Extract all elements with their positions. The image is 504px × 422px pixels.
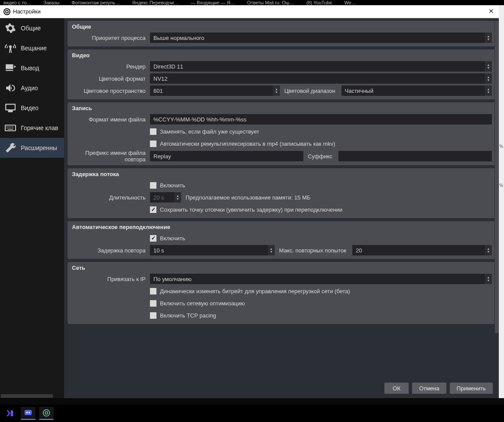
- select-color-space[interactable]: 601 ▲▼: [150, 85, 280, 96]
- gear-icon: [4, 22, 16, 34]
- panel-stream-delay: Задержка потока Включить Длительность: [68, 168, 495, 218]
- output-icon: [4, 62, 16, 74]
- settings-window: Настройки ✕ Общие Вещание Вывод: [0, 5, 499, 398]
- footer-buttons: ОК Отмена Применить: [64, 378, 499, 398]
- antenna-icon: [4, 42, 16, 54]
- svg-rect-1: [25, 410, 32, 415]
- checkbox-reconnect-enable[interactable]: Включить: [150, 235, 185, 242]
- checkbox-dyn-bitrate[interactable]: Динамически изменять битрейт для управле…: [150, 288, 350, 294]
- select-color-range[interactable]: Частичный ▲▼: [341, 85, 492, 96]
- checkbox-remux-mp4[interactable]: Автоматически ремультиплексировать в mp4…: [150, 141, 335, 147]
- sidebar-item-general[interactable]: Общие: [0, 18, 64, 38]
- checkbox-label: Включить: [160, 182, 185, 189]
- sidebar-scrollbar[interactable]: [0, 394, 64, 398]
- tab-2[interactable]: Фотомонтаж резуль…: [72, 0, 120, 5]
- spinner-delay-duration[interactable]: 20 s ▲▼: [150, 192, 181, 203]
- label-suffix: Суффикс: [306, 153, 336, 160]
- taskbar-app-discord[interactable]: [21, 407, 36, 420]
- select-value: 601: [153, 88, 163, 94]
- input-replay-prefix[interactable]: [150, 151, 303, 161]
- select-process-priority[interactable]: Выше нормального ▲▼: [150, 33, 492, 43]
- sidebar: Общие Вещание Вывод Аудио Видео: [0, 18, 64, 398]
- titlebar[interactable]: Настройки ✕: [0, 5, 499, 18]
- checkbox-label: Включить сетевую оптимизацию: [160, 300, 245, 307]
- spinner-retry-delay[interactable]: 10 s ▲▼: [150, 245, 275, 255]
- close-button[interactable]: ✕: [488, 8, 494, 15]
- checkbox-label: Динамически изменять битрейт для управле…: [160, 288, 350, 294]
- checkbox-label: Заменять, если файл уже существует: [160, 128, 259, 135]
- panel-video: Видео Рендер Direct3D 11 ▲▼ Цветовой фор…: [68, 49, 495, 99]
- monitor-icon: [4, 102, 16, 114]
- tab-6[interactable]: (8) YouTube: [306, 0, 332, 5]
- tab-1[interactable]: Заказы: [43, 0, 59, 5]
- panel-title: Задержка потока: [68, 168, 495, 179]
- label-delay-duration: Длительность: [68, 194, 150, 201]
- updown-icon: ▲▼: [268, 245, 275, 255]
- label-memory-hint: Предполагаемое использование памяти: 15 …: [184, 194, 314, 201]
- updown-icon: ▲▼: [485, 274, 492, 284]
- label-filename-format: Формат имени файла: [68, 116, 150, 123]
- tab-7[interactable]: We…: [344, 0, 356, 5]
- checkbox-label: Автоматически ремультиплексировать в mp4…: [160, 141, 335, 147]
- apply-button[interactable]: Применить: [450, 383, 493, 394]
- cancel-button[interactable]: Отмена: [412, 383, 446, 394]
- sidebar-label: Видео: [21, 105, 39, 111]
- sidebar-item-stream[interactable]: Вещание: [0, 38, 64, 58]
- label-color-format: Цветовой формат: [68, 75, 150, 82]
- window-title: Настройки: [13, 8, 41, 15]
- label-color-range: Цветовой диапазон: [283, 88, 339, 94]
- speaker-icon: [4, 82, 16, 94]
- select-color-format[interactable]: NV12 ▲▼: [150, 73, 492, 84]
- panel-title: Запись: [68, 102, 495, 113]
- input-filename-format[interactable]: [150, 114, 492, 124]
- select-value: NV12: [153, 75, 168, 82]
- main-area: Общие Приоритет процесса Выше нормальног…: [64, 18, 499, 398]
- panel-title: Автоматическое переподключение: [68, 221, 495, 232]
- sidebar-label: Аудио: [21, 85, 38, 92]
- label-renderer: Рендер: [68, 63, 150, 70]
- sidebar-label: Вывод: [21, 65, 39, 72]
- updown-icon: ▲▼: [485, 61, 492, 72]
- updown-icon: ▲▼: [485, 73, 492, 84]
- sidebar-item-video[interactable]: Видео: [0, 98, 64, 118]
- spinner-max-retries[interactable]: 20 ▲▼: [352, 245, 492, 255]
- select-value: По умолчанию: [153, 276, 192, 282]
- taskbar[interactable]: [0, 405, 504, 422]
- checkbox-label: Сохранить точку отсечки (увеличить задер…: [160, 206, 342, 213]
- label-bind-ip: Привязать к IP: [68, 276, 150, 282]
- tab-5[interactable]: Ответы Mail.ru: Ош…: [247, 0, 294, 5]
- checkbox-network-opt[interactable]: Включить сетевую оптимизацию: [150, 300, 245, 307]
- svg-point-3: [29, 412, 30, 413]
- checkbox-overwrite[interactable]: Заменять, если файл уже существует: [150, 128, 259, 135]
- svg-point-2: [26, 412, 28, 413]
- select-bind-ip[interactable]: По умолчанию ▲▼: [150, 274, 492, 284]
- sidebar-label: Вещание: [21, 45, 47, 52]
- ok-button[interactable]: ОК: [384, 383, 409, 394]
- tab-4[interactable]: — Входящие — Я…: [191, 0, 235, 5]
- sidebar-nav: Общие Вещание Вывод Аудио Видео: [0, 18, 64, 394]
- select-value: Выше нормального: [153, 35, 205, 41]
- panels-scroll[interactable]: Общие Приоритет процесса Выше нормальног…: [64, 18, 499, 378]
- background-page-strip: % %: [499, 5, 504, 398]
- taskbar-app-obs[interactable]: [39, 407, 54, 420]
- checkbox-delay-enable[interactable]: Включить: [150, 182, 185, 189]
- sidebar-item-output[interactable]: Вывод: [0, 58, 64, 78]
- bg-percent-2: %: [499, 183, 503, 188]
- checkbox-tcp-pacing[interactable]: Включить TCP pacing: [150, 312, 216, 319]
- sidebar-item-advanced[interactable]: Расширенны: [0, 138, 64, 158]
- panel-network: Сеть Привязать к IP По умолчанию ▲▼: [68, 262, 495, 324]
- input-replay-suffix[interactable]: [338, 151, 492, 161]
- bg-percent-1: %: [499, 144, 503, 149]
- checkbox-preserve-cutoff[interactable]: Сохранить точку отсечки (увеличить задер…: [150, 206, 342, 213]
- sidebar-item-audio[interactable]: Аудио: [0, 78, 64, 98]
- select-renderer[interactable]: Direct3D 11 ▲▼: [150, 61, 492, 72]
- sidebar-item-hotkeys[interactable]: Горячие клав: [0, 118, 64, 138]
- label-process-priority: Приоритет процесса: [68, 35, 150, 41]
- tab-0[interactable]: видео с то…: [3, 0, 31, 5]
- taskbar-app-vs[interactable]: [3, 407, 17, 420]
- tab-3[interactable]: Яндекс.Переводчи…: [132, 0, 179, 5]
- content-scrollbar[interactable]: [494, 21, 499, 376]
- updown-icon: ▲▼: [485, 245, 492, 255]
- panel-title: Сеть: [68, 262, 495, 273]
- wrench-icon: [4, 142, 16, 154]
